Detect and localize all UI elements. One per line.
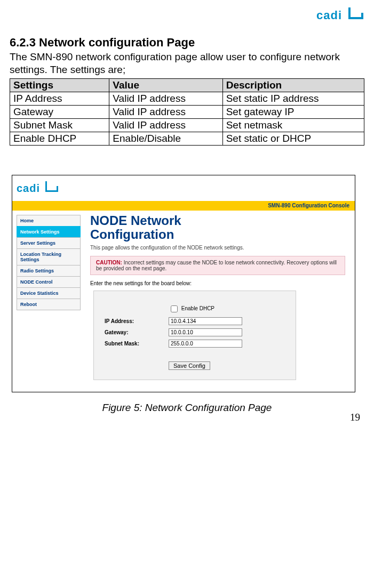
enable-dhcp-checkbox[interactable] <box>171 305 178 312</box>
page-number: 19 <box>350 412 360 423</box>
gateway-input[interactable] <box>169 328 242 336</box>
nav-node-control[interactable]: NODE Control <box>17 276 81 287</box>
svg-rect-3 <box>361 13 363 19</box>
caution-label: CAUTION: <box>96 260 122 265</box>
side-nav: Home Network Settings Server Settings Lo… <box>12 211 84 392</box>
nav-server-settings[interactable]: Server Settings <box>17 237 81 248</box>
table-row: Gateway Valid IP address Set gateway IP <box>10 105 364 118</box>
table-header: Value <box>109 78 222 92</box>
ip-address-label: IP Address: <box>102 316 165 326</box>
svg-rect-2 <box>348 17 363 19</box>
nav-radio-settings[interactable]: Radio Settings <box>17 265 81 276</box>
settings-table: Settings Value Description IP Address Va… <box>10 78 364 146</box>
intro-text: The SMN-890 network configuration page a… <box>10 51 364 76</box>
config-console-screenshot: cadi SMN-890 Configuration Console Home … <box>12 175 355 392</box>
console-title-bar: SMN-890 Configuration Console <box>12 201 355 211</box>
page-title: NODE Network Configuration <box>90 214 345 242</box>
network-form: Enable DHCP IP Address: Gateway: <box>93 291 296 380</box>
instruction-text: Enter the new settings for the board bel… <box>90 280 345 286</box>
section-heading: 6.2.3 Network configuration Page <box>10 36 364 50</box>
nav-reboot[interactable]: Reboot <box>17 299 81 310</box>
brand-logo: cadi <box>10 7 364 25</box>
svg-text:cadi: cadi <box>17 182 40 194</box>
svg-text:cadi: cadi <box>316 9 342 22</box>
figure-caption: Figure 5: Network Configuration Page <box>10 402 364 414</box>
save-config-button[interactable]: Save Config <box>169 361 210 370</box>
ip-address-input[interactable] <box>169 317 242 325</box>
gateway-label: Gateway: <box>102 327 165 337</box>
table-row: Subnet Mask Valid IP address Set netmask <box>10 118 364 132</box>
nav-location-tracking[interactable]: Location Tracking Settings <box>17 248 81 265</box>
console-logo: cadi <box>12 175 355 201</box>
nav-device-statistics[interactable]: Device Statistics <box>17 287 81 299</box>
table-header: Settings <box>10 78 109 92</box>
caution-text: Incorrect settings may cause the NODE to… <box>96 260 337 271</box>
subnet-mask-input[interactable] <box>169 340 242 348</box>
page-description: This page allows the configuration of th… <box>90 245 345 251</box>
svg-rect-6 <box>45 190 58 192</box>
svg-rect-7 <box>57 186 58 192</box>
table-row: IP Address Valid IP address Set static I… <box>10 92 364 105</box>
enable-dhcp-row[interactable]: Enable DHCP <box>169 305 214 311</box>
enable-dhcp-label: Enable DHCP <box>181 305 214 311</box>
nav-home[interactable]: Home <box>17 215 81 226</box>
caution-box: CAUTION: Incorrect settings may cause th… <box>90 256 345 275</box>
table-header: Description <box>222 78 364 92</box>
subnet-mask-label: Subnet Mask: <box>102 339 165 349</box>
nav-network-settings[interactable]: Network Settings <box>17 226 81 237</box>
table-row: Enable DHCP Enable/Disable Set static or… <box>10 132 364 145</box>
